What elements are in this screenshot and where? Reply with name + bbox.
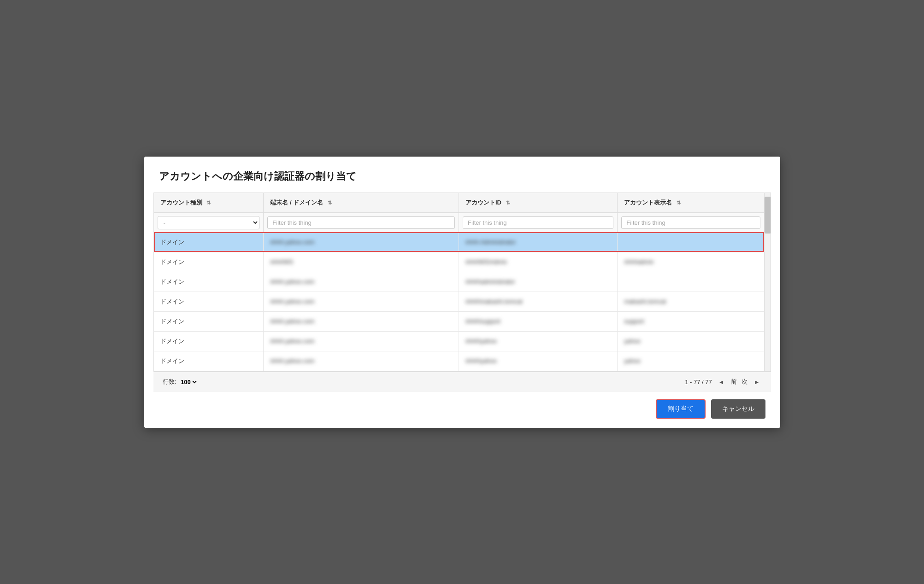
scrollbar-track[interactable]	[764, 193, 771, 371]
cell-id: ####\administrator	[459, 272, 617, 292]
footer-bar: 行数: 100 25 50 1 - 77 / 77 ◄ 前 次 ►	[153, 372, 771, 392]
cell-domain: ####.yahoo.com	[264, 272, 459, 292]
cell-type: ドメイン	[154, 272, 264, 292]
col-header-name-label: アカウント表示名	[624, 199, 672, 206]
sort-icon-name[interactable]: ⇅	[677, 200, 681, 206]
col-header-domain[interactable]: 端末名 / ドメイン名 ⇅	[264, 193, 459, 213]
filter-cell-name	[618, 213, 764, 233]
prev-button[interactable]: ◄	[717, 378, 726, 386]
dialog: アカウントへの企業向け認証器の割り当て アカウント種別 ⇅	[144, 157, 780, 428]
cell-domain: ####.yahoo.com	[264, 331, 459, 351]
cell-name: makashi.tomcat	[618, 292, 764, 311]
cell-id: ####\yahoo	[459, 331, 617, 351]
pagination: 1 - 77 / 77 ◄ 前 次 ►	[685, 378, 761, 386]
page-info: 1 - 77 / 77	[685, 379, 712, 385]
assign-button[interactable]: 割り当て	[656, 399, 706, 419]
rows-count-select[interactable]: 100 25 50	[179, 378, 198, 386]
cell-id: ####\support	[459, 311, 617, 331]
cell-id: ####\makashi.tomcat	[459, 292, 617, 311]
next-button[interactable]: ►	[752, 378, 762, 386]
cell-name	[618, 232, 764, 252]
filter-type-select[interactable]: - ドメイン	[158, 216, 260, 229]
next-label: 次	[742, 378, 747, 386]
filter-id-input[interactable]	[463, 216, 613, 229]
cell-domain: ####WS	[264, 252, 459, 272]
rows-label-text: 行数:	[163, 378, 177, 386]
cell-domain: ####.yahoo.com	[264, 311, 459, 331]
filter-name-input[interactable]	[621, 216, 760, 229]
table-container: アカウント種別 ⇅ 端末名 / ドメイン名 ⇅ アカウントID ⇅ アカウン	[153, 193, 771, 372]
filter-cell-type: - ドメイン	[154, 213, 264, 233]
dialog-header: アカウントへの企業向け認証器の割り当て	[144, 157, 780, 193]
table-header-row: アカウント種別 ⇅ 端末名 / ドメイン名 ⇅ アカウントID ⇅ アカウン	[154, 193, 764, 213]
table-row[interactable]: ドメイン####.yahoo.com####\makashi.tomcatmak…	[154, 292, 764, 311]
filter-domain-input[interactable]	[267, 216, 455, 229]
cell-id: ####.Administrator	[459, 232, 617, 252]
dialog-title: アカウントへの企業向け認証器の割り当て	[159, 169, 765, 183]
table-row[interactable]: ドメイン####.yahoo.com####\administrator	[154, 272, 764, 292]
cell-name: yahoo	[618, 331, 764, 351]
cell-type: ドメイン	[154, 331, 264, 351]
filter-cell-id	[459, 213, 617, 233]
sort-icon-id[interactable]: ⇅	[506, 200, 510, 206]
table-body: ドメイン####.yahoo.com####.Administratorドメイン…	[154, 232, 764, 371]
cell-name: yahoo	[618, 351, 764, 371]
cell-type: ドメイン	[154, 292, 264, 311]
cell-domain: ####.yahoo.com	[264, 232, 459, 252]
cell-type: ドメイン	[154, 232, 264, 252]
cell-type: ドメイン	[154, 252, 264, 272]
dialog-body: アカウント種別 ⇅ 端末名 / ドメイン名 ⇅ アカウントID ⇅ アカウン	[144, 193, 780, 392]
col-header-id[interactable]: アカウントID ⇅	[459, 193, 617, 213]
col-header-name[interactable]: アカウント表示名 ⇅	[618, 193, 764, 213]
dialog-footer: 割り当て キャンセル	[144, 392, 780, 428]
sort-icon-type[interactable]: ⇅	[206, 200, 211, 206]
table-row[interactable]: ドメイン####WS####WS\Admin####admin	[154, 252, 764, 272]
table-row[interactable]: ドメイン####.yahoo.com####\yahooyahoo	[154, 351, 764, 371]
scrollbar-thumb[interactable]	[765, 197, 771, 234]
col-header-domain-label: 端末名 / ドメイン名	[270, 199, 323, 206]
rows-label-container: 行数: 100 25 50	[163, 378, 199, 386]
col-header-type-label: アカウント種別	[160, 199, 202, 206]
table-row[interactable]: ドメイン####.yahoo.com####.Administrator	[154, 232, 764, 252]
table-row[interactable]: ドメイン####.yahoo.com####\supportsupport	[154, 311, 764, 331]
prev-label: 前	[731, 378, 737, 386]
table-row[interactable]: ドメイン####.yahoo.com####\yahooyahoo	[154, 331, 764, 351]
cell-id: ####\yahoo	[459, 351, 617, 371]
cell-name: ####admin	[618, 252, 764, 272]
data-table: アカウント種別 ⇅ 端末名 / ドメイン名 ⇅ アカウントID ⇅ アカウン	[154, 193, 764, 371]
cell-name: support	[618, 311, 764, 331]
cell-name	[618, 272, 764, 292]
cell-type: ドメイン	[154, 351, 264, 371]
cell-domain: ####.yahoo.com	[264, 351, 459, 371]
filter-cell-domain	[264, 213, 459, 233]
filter-row: - ドメイン	[154, 213, 764, 233]
sort-icon-domain[interactable]: ⇅	[328, 200, 332, 206]
col-header-type[interactable]: アカウント種別 ⇅	[154, 193, 264, 213]
cell-type: ドメイン	[154, 311, 264, 331]
col-header-id-label: アカウントID	[465, 199, 501, 206]
cancel-button[interactable]: キャンセル	[711, 399, 765, 419]
cell-id: ####WS\Admin	[459, 252, 617, 272]
cell-domain: ####.yahoo.com	[264, 292, 459, 311]
